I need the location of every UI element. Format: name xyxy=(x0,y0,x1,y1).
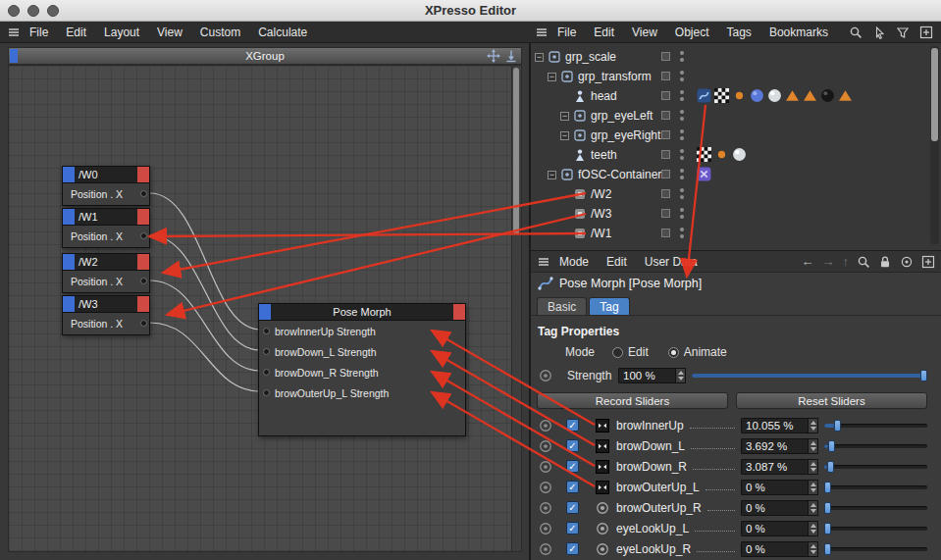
object-row-w2[interactable]: /W2 xyxy=(531,184,941,204)
output-port[interactable] xyxy=(140,190,147,197)
node-w2[interactable]: /W2Position . X xyxy=(62,253,150,293)
morph-checkbox[interactable]: ✓ xyxy=(566,439,579,452)
menu-view[interactable]: View xyxy=(623,22,666,43)
morph-checkbox[interactable]: ✓ xyxy=(566,542,579,555)
track-icon[interactable] xyxy=(539,522,552,535)
main-menu-icon[interactable] xyxy=(7,25,21,39)
expander-icon[interactable]: − xyxy=(560,131,569,140)
track-icon[interactable] xyxy=(539,481,552,494)
node-title-bar[interactable]: /W2 xyxy=(63,254,149,271)
expander-icon[interactable]: − xyxy=(548,171,556,179)
layer-toggle[interactable] xyxy=(661,170,670,178)
focus-icon[interactable] xyxy=(900,255,914,269)
radio-circle-icon[interactable] xyxy=(612,347,623,358)
slider-handle[interactable] xyxy=(824,543,831,555)
object-row-w1[interactable]: /W1 xyxy=(531,224,941,243)
morph-stepper[interactable] xyxy=(808,438,818,454)
animation-dot-icon[interactable] xyxy=(539,369,552,382)
layer-toggle[interactable] xyxy=(661,111,670,120)
morph-value-field[interactable]: 0 % xyxy=(741,500,808,516)
morph-stepper[interactable] xyxy=(808,480,818,495)
expander-icon[interactable]: − xyxy=(535,53,544,62)
strength-stepper[interactable] xyxy=(675,368,686,383)
menu-edit[interactable]: Edit xyxy=(57,22,95,43)
morph-stepper[interactable] xyxy=(808,541,818,557)
slider-handle[interactable] xyxy=(824,482,831,493)
menu-bookmarks[interactable]: Bookmarks xyxy=(760,22,837,43)
track-icon[interactable] xyxy=(539,419,552,433)
menu-edit[interactable]: Edit xyxy=(585,22,623,43)
track-icon[interactable] xyxy=(539,439,552,453)
node-w1[interactable]: /W1Position . X xyxy=(62,208,150,248)
slider-handle[interactable] xyxy=(834,420,841,432)
enable-dots-icon[interactable] xyxy=(680,208,684,212)
slider-handle[interactable] xyxy=(920,370,927,382)
enable-dots-icon[interactable] xyxy=(680,129,684,133)
menu-view[interactable]: View xyxy=(148,22,191,43)
add-icon[interactable] xyxy=(919,25,933,39)
node-inputs-corner[interactable] xyxy=(63,296,75,312)
xgroup-header[interactable]: XGroup xyxy=(8,47,522,65)
object-row-fosccontainer[interactable]: −fOSC-Container xyxy=(531,165,941,184)
input-port[interactable] xyxy=(263,348,270,355)
record-sliders-button[interactable]: Record Sliders xyxy=(537,392,728,409)
track-icon[interactable] xyxy=(539,542,552,556)
tab-basic[interactable]: Basic xyxy=(537,297,587,315)
input-port[interactable] xyxy=(263,389,270,396)
morph-checkbox[interactable]: ✓ xyxy=(566,501,579,514)
layer-toggle[interactable] xyxy=(661,52,670,61)
node-outputs-corner[interactable] xyxy=(137,167,149,182)
enable-dots-icon[interactable] xyxy=(680,51,684,55)
dot-orange-icon[interactable] xyxy=(714,147,729,162)
morph-value-field[interactable]: 3.692 % xyxy=(741,438,808,454)
object-row-grpeyeleft[interactable]: −grp_eyeLeft xyxy=(531,106,941,126)
strength-slider[interactable] xyxy=(692,369,927,382)
output-port[interactable] xyxy=(140,232,147,239)
radio-circle-icon[interactable] xyxy=(668,347,679,358)
node-title-bar[interactable]: /W1 xyxy=(63,209,149,226)
slider-handle[interactable] xyxy=(824,502,831,514)
node-outputs-corner[interactable] xyxy=(137,296,149,312)
morph-stepper[interactable] xyxy=(808,459,818,475)
morph-value-field[interactable]: 0 % xyxy=(741,541,808,557)
morph-checkbox[interactable]: ✓ xyxy=(566,522,579,535)
sphere-black-icon[interactable] xyxy=(820,88,835,103)
back-icon[interactable]: ← xyxy=(802,251,814,273)
enable-dots-icon[interactable] xyxy=(680,188,684,192)
track-icon[interactable] xyxy=(539,460,552,474)
node-title-bar[interactable]: /W3 xyxy=(63,296,149,313)
node-inputs-corner[interactable] xyxy=(63,167,75,182)
layer-toggle[interactable] xyxy=(661,72,670,80)
tri-orange-icon[interactable] xyxy=(838,88,853,103)
sphere-blue-icon[interactable] xyxy=(750,88,764,103)
enable-dots-icon[interactable] xyxy=(680,71,684,75)
enable-dots-icon[interactable] xyxy=(680,169,684,173)
enable-dots-icon[interactable] xyxy=(680,149,684,153)
layer-toggle[interactable] xyxy=(661,189,670,198)
search-icon[interactable] xyxy=(857,255,870,269)
node-title-bar[interactable]: Pose Morph xyxy=(259,304,465,321)
input-port[interactable] xyxy=(263,369,270,376)
radio-animate[interactable]: Animate xyxy=(668,345,727,359)
morph-slider[interactable] xyxy=(824,460,927,474)
add-icon[interactable] xyxy=(921,255,935,269)
slider-handle[interactable] xyxy=(824,523,831,535)
sphere-gray-icon[interactable] xyxy=(767,88,782,103)
output-port[interactable] xyxy=(140,320,147,327)
scrollbar-thumb[interactable] xyxy=(513,68,519,234)
move-view-icon[interactable] xyxy=(487,49,500,63)
object-row-w3[interactable]: /W3 xyxy=(531,204,941,224)
object-row-grptransform[interactable]: −grp_transform xyxy=(531,67,941,86)
morph-checkbox[interactable]: ✓ xyxy=(566,460,579,473)
morph-slider[interactable] xyxy=(824,542,927,556)
morph-value-field[interactable]: 10.055 % xyxy=(741,418,808,433)
node-outputs-corner[interactable] xyxy=(137,209,149,225)
node-inputs-corner[interactable] xyxy=(259,304,271,320)
morph-slider[interactable] xyxy=(824,419,927,433)
morph-value-field[interactable]: 0 % xyxy=(741,480,808,495)
enable-dots-icon[interactable] xyxy=(680,110,684,114)
object-row-head[interactable]: head xyxy=(531,86,941,106)
node-title-bar[interactable]: /W0 xyxy=(63,167,149,183)
output-port[interactable] xyxy=(140,278,147,284)
morph-slider[interactable] xyxy=(824,501,927,515)
